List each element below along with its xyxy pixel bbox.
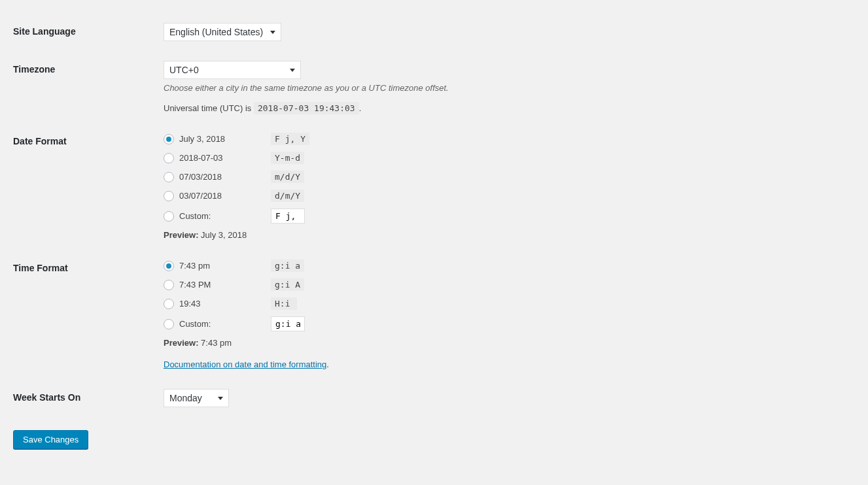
date-format-example-0: July 3, 2018 <box>179 134 271 144</box>
date-format-example-1: 2018-07-03 <box>179 153 271 163</box>
time-format-code-2: H:i <box>271 297 297 310</box>
utc-time-code: 2018-07-03 19:43:03 <box>254 102 359 114</box>
time-format-code-0: g:i a <box>271 259 304 272</box>
week-starts-label: Week Starts On <box>13 379 157 417</box>
time-format-option-2[interactable]: 19:43 H:i <box>164 297 848 310</box>
time-format-example-2: 19:43 <box>179 299 271 309</box>
date-time-doc-link[interactable]: Documentation on date and time formattin… <box>164 360 326 369</box>
date-format-radio-3[interactable] <box>164 191 174 201</box>
date-format-example-3: 03/07/2018 <box>179 191 271 201</box>
date-format-radio-0[interactable] <box>164 134 174 144</box>
time-format-label: Time Format <box>13 250 157 379</box>
time-format-code-1: g:i A <box>271 278 304 291</box>
date-format-radio-1[interactable] <box>164 153 174 163</box>
site-language-select[interactable]: English (United States) <box>164 23 281 41</box>
date-format-option-3[interactable]: 03/07/2018 d/m/Y <box>164 190 848 202</box>
time-format-option-custom[interactable]: Custom: <box>164 316 848 331</box>
timezone-select[interactable]: UTC+0 <box>164 61 301 79</box>
time-format-example-1: 7:43 PM <box>179 280 271 290</box>
date-format-code-1: Y-m-d <box>271 152 304 164</box>
date-format-code-2: m/d/Y <box>271 171 304 183</box>
date-format-code-3: d/m/Y <box>271 190 304 202</box>
time-format-radio-custom[interactable] <box>164 319 174 329</box>
utc-time-line: Universal time (UTC) is 2018-07-03 19:43… <box>164 103 848 113</box>
date-format-option-2[interactable]: 07/03/2018 m/d/Y <box>164 171 848 183</box>
time-format-option-1[interactable]: 7:43 PM g:i A <box>164 278 848 291</box>
time-format-preview: Preview: 7:43 pm <box>164 338 848 348</box>
week-starts-select[interactable]: Monday <box>164 389 229 407</box>
time-format-custom-input[interactable] <box>271 316 305 331</box>
date-format-option-custom[interactable]: Custom: <box>164 209 848 224</box>
date-format-option-0[interactable]: July 3, 2018 F j, Y <box>164 133 848 145</box>
time-format-custom-label: Custom: <box>179 319 271 329</box>
date-format-custom-input[interactable] <box>271 209 305 224</box>
time-format-example-0: 7:43 pm <box>179 261 271 271</box>
date-format-custom-label: Custom: <box>179 211 271 221</box>
timezone-description: Choose either a city in the same timezon… <box>164 83 848 93</box>
date-format-radio-custom[interactable] <box>164 211 174 222</box>
submit-row: Save Changes <box>13 430 855 449</box>
save-changes-button[interactable]: Save Changes <box>13 430 88 449</box>
date-format-option-1[interactable]: 2018-07-03 Y-m-d <box>164 152 848 164</box>
date-format-code-0: F j, Y <box>271 133 309 145</box>
date-format-radio-2[interactable] <box>164 172 174 182</box>
date-format-preview: Preview: July 3, 2018 <box>164 230 848 240</box>
time-format-option-0[interactable]: 7:43 pm g:i a <box>164 259 848 272</box>
time-format-radio-1[interactable] <box>164 280 174 290</box>
site-language-label: Site Language <box>13 13 157 51</box>
timezone-label: Timezone <box>13 51 157 123</box>
time-format-radio-0[interactable] <box>164 261 174 271</box>
settings-form-table: Site Language English (United States) Ti… <box>13 13 855 417</box>
time-format-radio-2[interactable] <box>164 299 174 309</box>
date-format-label: Date Format <box>13 123 157 250</box>
date-format-example-2: 07/03/2018 <box>179 172 271 182</box>
